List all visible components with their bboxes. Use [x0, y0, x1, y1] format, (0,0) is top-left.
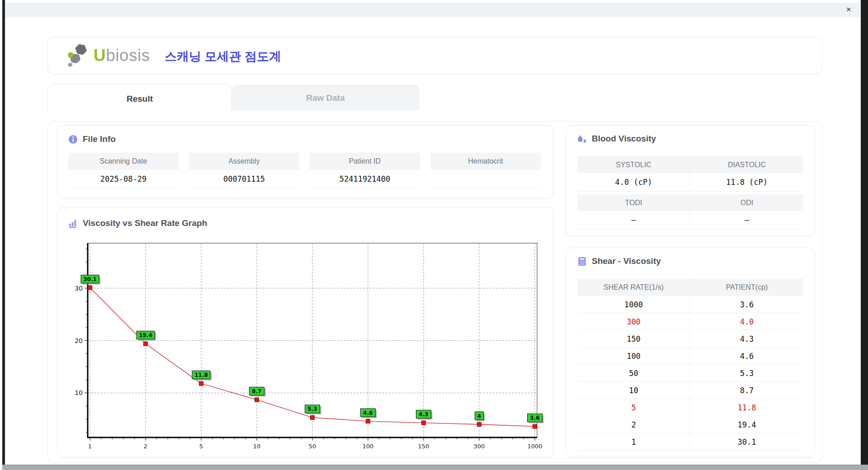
window-bottom-edge [2, 465, 868, 470]
window-right-edge [861, 0, 868, 470]
shear-rate-cell: 1 [577, 433, 690, 451]
close-icon: × [846, 5, 851, 14]
bv-header-row: TODIODI [577, 194, 803, 211]
y-axis-tick-label: 30 [75, 285, 83, 292]
header-card: Ubiosis 스캐닝 모세관 점도계 [47, 37, 822, 74]
file-field: Hematocrit [430, 153, 541, 188]
x-axis-tick-label: 300 [474, 443, 485, 450]
table-row: 219.4 [577, 416, 803, 433]
bv-header-row: SYSTOLICDIASTOLIC [577, 156, 803, 173]
shear-viscosity-title: Shear - Viscosity [592, 256, 661, 266]
table-row: 505.3 [577, 365, 803, 382]
bv-header-cell: DIASTOLIC [690, 156, 803, 173]
shear-rate-cell: 5 [577, 399, 690, 416]
patient-viscosity-cell: 5.3 [690, 365, 803, 382]
data-label-text: 5.3 [307, 406, 317, 412]
blood-viscosity-card: Blood Viscosity SYSTOLICDIASTOLIC4.0 (cP… [566, 125, 815, 236]
field-label: Scanning Date [68, 153, 179, 170]
file-field: Assembly000701115 [189, 153, 299, 188]
bv-table: SYSTOLICDIASTOLIC4.0 (cP)11.8 (cP) [577, 156, 803, 192]
patient-viscosity-cell: 4.3 [690, 330, 803, 348]
x-axis-tick-label: 2 [144, 443, 147, 450]
patient-viscosity-cell: 3.6 [690, 296, 803, 313]
field-label: Hematocrit [430, 153, 541, 170]
tab-raw-data[interactable]: Raw Data [232, 85, 419, 111]
table-row: 3004.0 [577, 313, 803, 330]
shear-column-header: PATIENT(cp) [690, 279, 803, 296]
table-row: 511.8 [577, 399, 803, 416]
data-point-marker [144, 342, 148, 346]
x-axis-tick-label: 5 [199, 443, 203, 450]
data-label-text: 3.6 [530, 415, 539, 421]
data-label-text: 8.7 [252, 388, 261, 395]
data-point-marker [88, 286, 92, 290]
app-title: 스캐닝 모세관 점도계 [165, 48, 281, 65]
patient-viscosity-cell: 30.1 [690, 433, 803, 451]
logo-letters-rest: biosis [106, 46, 150, 65]
shear-rate-cell: 2 [577, 416, 690, 433]
file-info-card: File Info Scanning Date2025-08-29Assembl… [57, 125, 553, 198]
shear-rate-cell: 100 [577, 348, 690, 365]
graph-card: Viscosity vs Shear Rate Graph 1020301251… [57, 207, 553, 457]
table-row: 108.7 [577, 382, 803, 399]
patient-viscosity-cell: 4.0 [690, 313, 803, 330]
field-value: 52411921400 [310, 170, 420, 188]
file-info-title: File Info [83, 134, 116, 144]
data-label-text: 30.1 [83, 276, 97, 282]
data-label-text: 4.3 [419, 411, 428, 418]
x-axis-tick-label: 150 [418, 443, 429, 450]
bv-header-cell: ODI [690, 194, 803, 211]
file-info-fields: Scanning Date2025-08-29Assembly000701115… [68, 153, 541, 188]
shear-column-header: SHEAR RATE(1/s) [577, 279, 690, 296]
file-info-title-row: File Info [68, 134, 116, 144]
bv-value-cell: 11.8 (cP) [690, 173, 803, 192]
data-point-marker [255, 398, 259, 402]
bv-value-row: 4.0 (cP)11.8 (cP) [577, 173, 803, 192]
field-value: 000701115 [189, 170, 299, 188]
hexagon-logo-icon [67, 43, 91, 68]
data-label-text: 4 [477, 413, 481, 419]
bv-header-cell: TODI [577, 194, 690, 211]
data-point-marker [199, 381, 203, 385]
shear-rate-cell: 300 [577, 313, 690, 330]
x-axis-tick-label: 10 [253, 443, 261, 450]
field-label: Assembly [189, 153, 299, 170]
shear-viscosity-title-row: Shear - Viscosity [577, 256, 661, 266]
data-point-marker [311, 415, 315, 419]
bv-value-cell: 4.0 (cP) [577, 173, 690, 192]
y-axis-tick-label: 10 [75, 389, 83, 396]
patient-viscosity-cell: 4.6 [690, 348, 803, 365]
data-point-marker [533, 424, 537, 428]
window-titlebar: × [5, 3, 861, 17]
app-window: × Ubiosis 스캐닝 모세관 점도계 Result Raw Data [0, 0, 868, 470]
table-row: 1504.3 [577, 330, 803, 348]
patient-viscosity-cell: 8.7 [690, 382, 803, 399]
bar-chart-icon [68, 219, 78, 228]
data-label-text: 4.6 [363, 410, 373, 416]
table-row: 1004.6 [577, 348, 803, 365]
patient-viscosity-cell: 19.4 [690, 416, 803, 433]
bv-value-cell: – [690, 211, 803, 230]
x-axis-tick-label: 1000 [527, 443, 542, 450]
calculator-icon [577, 257, 587, 266]
window-left-edge [2, 0, 5, 470]
app-logo: Ubiosis [67, 43, 150, 68]
shear-header-row: SHEAR RATE(1/s)PATIENT(cp) [577, 279, 803, 296]
tab-result[interactable]: Result [47, 84, 232, 113]
logo-wordmark: Ubiosis [94, 46, 150, 65]
graph-title-row: Viscosity vs Shear Rate Graph [68, 218, 207, 228]
droplet-icon [577, 134, 587, 144]
graph-title: Viscosity vs Shear Rate Graph [83, 218, 207, 228]
file-field: Scanning Date2025-08-29 [68, 153, 179, 188]
shear-rate-cell: 10 [577, 382, 690, 399]
x-axis-tick-label: 1 [88, 443, 92, 450]
data-label-text: 11.8 [194, 372, 208, 378]
logo-letter-u: U [94, 46, 106, 65]
viscosity-chart: 1020301251050100150300100030.119.411.88.… [71, 239, 550, 451]
shear-rate-cell: 50 [577, 365, 690, 382]
patient-viscosity-cell: 11.8 [690, 399, 803, 416]
close-button[interactable]: × [843, 4, 854, 15]
field-value [430, 170, 541, 188]
bv-value-row: –– [577, 211, 803, 230]
bv-value-cell: – [577, 211, 690, 230]
